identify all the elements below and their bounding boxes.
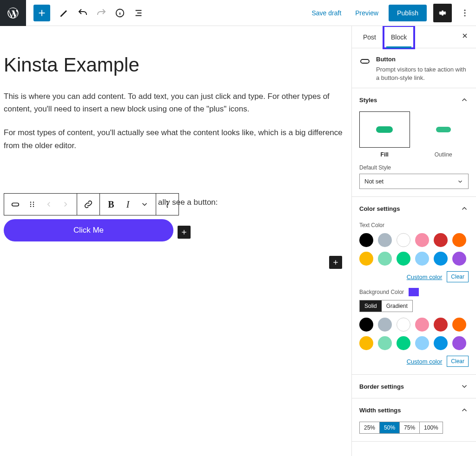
- drag-handle[interactable]: [24, 194, 40, 215]
- move-right-button[interactable]: [57, 194, 74, 215]
- color-swatch[interactable]: [397, 233, 410, 247]
- bg-custom-color[interactable]: Custom color: [407, 358, 443, 365]
- page-title[interactable]: Kinsta Example: [4, 54, 348, 76]
- color-swatch[interactable]: [452, 233, 466, 247]
- editor-canvas[interactable]: Kinsta Example This is where you can add…: [0, 26, 351, 456]
- width-option[interactable]: 50%: [380, 422, 400, 433]
- plus-icon: [332, 259, 339, 266]
- color-swatch[interactable]: [452, 336, 466, 350]
- width-toggle[interactable]: Width settings: [352, 398, 476, 422]
- color-swatch[interactable]: [452, 318, 466, 332]
- color-swatch[interactable]: [415, 336, 429, 350]
- color-swatch[interactable]: [397, 336, 410, 350]
- tab-post[interactable]: Post: [357, 27, 383, 47]
- redo-icon: [96, 7, 107, 19]
- color-swatch[interactable]: [359, 233, 373, 247]
- button-block[interactable]: Click Me: [4, 219, 173, 241]
- settings-sidebar: Post Block Button Prompt visitors to tak…: [351, 26, 476, 456]
- chevron-up-icon: [460, 406, 469, 414]
- color-swatch[interactable]: [415, 252, 429, 266]
- italic-button[interactable]: I: [119, 194, 136, 215]
- color-swatch[interactable]: [359, 336, 373, 350]
- chevron-down-icon: [140, 200, 149, 208]
- top-toolbar: Save draft Preview Publish: [0, 0, 476, 26]
- block-description: Prompt visitors to take action with a bu…: [376, 65, 469, 82]
- wp-logo[interactable]: [0, 0, 26, 26]
- redo-button[interactable]: [92, 5, 111, 21]
- publish-button[interactable]: Publish: [389, 5, 427, 21]
- undo-button[interactable]: [73, 5, 92, 21]
- color-swatch[interactable]: [434, 336, 448, 350]
- more-options-button[interactable]: [458, 4, 471, 22]
- outline-button[interactable]: [129, 5, 148, 21]
- text-color-clear[interactable]: Clear: [447, 271, 469, 282]
- add-block-button[interactable]: [33, 5, 50, 21]
- close-sidebar-button[interactable]: [458, 29, 471, 45]
- svg-point-9: [30, 206, 31, 207]
- width-option[interactable]: 25%: [360, 422, 380, 433]
- color-swatch[interactable]: [359, 318, 373, 332]
- color-swatch[interactable]: [378, 233, 392, 247]
- color-swatch[interactable]: [415, 233, 429, 247]
- paragraph-2[interactable]: For most types of content, you'll actual…: [4, 126, 348, 151]
- styles-toggle[interactable]: Styles: [352, 88, 476, 111]
- svg-point-8: [33, 204, 34, 205]
- color-swatch[interactable]: [359, 252, 373, 266]
- color-swatch[interactable]: [415, 318, 429, 332]
- bg-mode-gradient[interactable]: Gradient: [382, 300, 412, 312]
- text-custom-color[interactable]: Custom color: [407, 274, 443, 280]
- info-button[interactable]: [111, 5, 129, 21]
- add-block-after-button[interactable]: [329, 256, 342, 269]
- color-swatch[interactable]: [397, 318, 410, 332]
- paragraph-3-fragment: ally see a button:: [158, 198, 218, 207]
- width-option[interactable]: 75%: [400, 422, 420, 433]
- default-style-select[interactable]: Not set: [359, 174, 469, 189]
- color-swatch[interactable]: [452, 252, 466, 266]
- bg-mode-solid[interactable]: Solid: [360, 300, 382, 312]
- color-swatch[interactable]: [434, 318, 448, 332]
- pencil-icon: [59, 7, 70, 19]
- move-left-button[interactable]: [40, 194, 57, 215]
- modes-button[interactable]: [55, 5, 73, 21]
- wordpress-icon: [7, 7, 20, 20]
- color-header: Color settings: [359, 205, 400, 212]
- color-swatch[interactable]: [378, 336, 392, 350]
- link-button[interactable]: [80, 194, 97, 215]
- color-swatch[interactable]: [434, 252, 448, 266]
- color-swatch[interactable]: [378, 252, 392, 266]
- settings-button[interactable]: [433, 4, 452, 22]
- bg-color-indicator: [409, 288, 419, 296]
- bold-button[interactable]: B: [103, 194, 119, 215]
- border-header: Border settings: [359, 383, 404, 390]
- tab-block[interactable]: Block: [383, 26, 415, 49]
- svg-point-10: [33, 206, 34, 207]
- bg-color-label: Background Color: [359, 289, 404, 295]
- color-swatch[interactable]: [434, 233, 448, 247]
- bg-color-clear[interactable]: Clear: [447, 356, 469, 367]
- text-color-swatches: [359, 233, 469, 266]
- width-section: Width settings 25%50%75%100%: [352, 398, 476, 442]
- style-outline[interactable]: Outline: [418, 111, 469, 158]
- block-info: Button Prompt visitors to take action wi…: [352, 48, 476, 88]
- plus-icon: [180, 228, 188, 236]
- width-option[interactable]: 100%: [420, 422, 443, 433]
- save-draft-button[interactable]: Save draft: [308, 7, 345, 20]
- info-icon: [115, 8, 125, 18]
- bg-mode-segmented: Solid Gradient: [359, 300, 413, 312]
- color-swatch[interactable]: [397, 252, 410, 266]
- add-block-inline-button[interactable]: [178, 226, 191, 239]
- more-formatting-button[interactable]: [136, 194, 153, 215]
- preview-button[interactable]: Preview: [351, 7, 382, 20]
- color-toggle[interactable]: Color settings: [352, 197, 476, 220]
- svg-point-3: [464, 15, 465, 16]
- color-swatch[interactable]: [378, 318, 392, 332]
- bg-color-swatches: [359, 318, 469, 350]
- style-fill[interactable]: Fill: [359, 111, 410, 158]
- svg-point-7: [30, 204, 31, 205]
- button-element[interactable]: Click Me: [4, 219, 173, 241]
- block-type-button[interactable]: [7, 194, 24, 215]
- border-toggle[interactable]: Border settings: [352, 375, 476, 398]
- svg-point-5: [30, 202, 31, 202]
- paragraph-1[interactable]: This is where you can add content. To ad…: [4, 90, 348, 115]
- undo-icon: [77, 7, 88, 19]
